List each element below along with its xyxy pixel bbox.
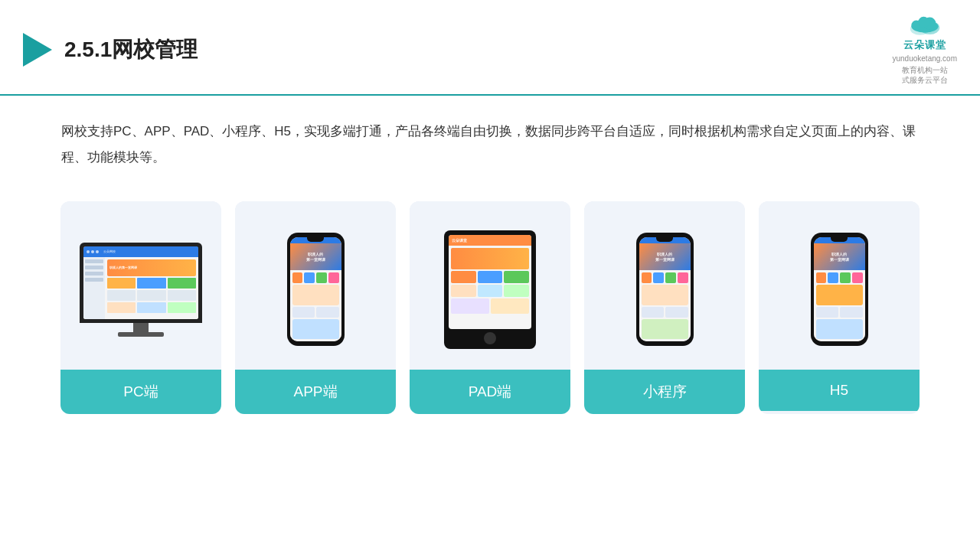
card-h5-image: 职涯人的第一堂网课 [759, 201, 920, 370]
brand-tagline: 教育机构一站 式服务云平台 [902, 65, 948, 85]
logo-triangle-icon [23, 33, 52, 67]
description-paragraph: 网校支持PC、APP、PAD、小程序、H5，实现多端打通，产品各终端自由切换，数… [61, 119, 919, 171]
tablet-pad-icon: 云朵课堂 [444, 230, 536, 349]
header: 2.5.1网校管理 云朵课堂 yunduoketang.com 教育机构一站 式… [0, 0, 980, 96]
header-left: 2.5.1网校管理 [23, 33, 198, 67]
card-pc: 云朵网校 职涯人的第一堂网课 [60, 201, 221, 414]
card-app-label: APP端 [235, 370, 396, 414]
card-miniprogram: 职涯人的第一堂网课 [584, 201, 745, 414]
phone-h5-icon: 职涯人的第一堂网课 [811, 233, 868, 346]
card-pc-image: 云朵网校 职涯人的第一堂网课 [60, 201, 221, 370]
phone-app-icon: 职涯人的第一堂网课 [287, 233, 345, 346]
brand-name: 云朵课堂 [903, 38, 946, 52]
card-app-image: 职涯人的第一堂网课 [235, 201, 396, 370]
brand-url: yunduoketang.com [892, 54, 957, 64]
svg-point-6 [918, 17, 929, 28]
card-pad: 云朵课堂 [410, 201, 570, 414]
card-miniprogram-image: 职涯人的第一堂网课 [584, 201, 745, 370]
card-pc-label: PC端 [60, 370, 221, 414]
brand-logo: 云朵课堂 yunduoketang.com 教育机构一站 式服务云平台 [892, 14, 957, 85]
page-title: 2.5.1网校管理 [64, 35, 198, 64]
description-text: 网校支持PC、APP、PAD、小程序、H5，实现多端打通，产品各终端自由切换，数… [0, 96, 980, 178]
card-pad-label: PAD端 [410, 370, 570, 414]
pc-monitor-icon: 云朵网校 职涯人的第一堂网课 [80, 243, 202, 337]
card-h5-label: H5 [759, 370, 920, 411]
card-pad-image: 云朵课堂 [410, 201, 570, 370]
cards-container: 云朵网校 职涯人的第一堂网课 [0, 178, 980, 437]
card-h5: 职涯人的第一堂网课 [759, 201, 920, 414]
card-app: 职涯人的第一堂网课 [235, 201, 396, 414]
brand-icon [906, 14, 943, 37]
cloud-icon [906, 14, 943, 37]
card-miniprogram-label: 小程序 [584, 370, 745, 414]
phone-miniprogram-icon: 职涯人的第一堂网课 [636, 233, 694, 346]
